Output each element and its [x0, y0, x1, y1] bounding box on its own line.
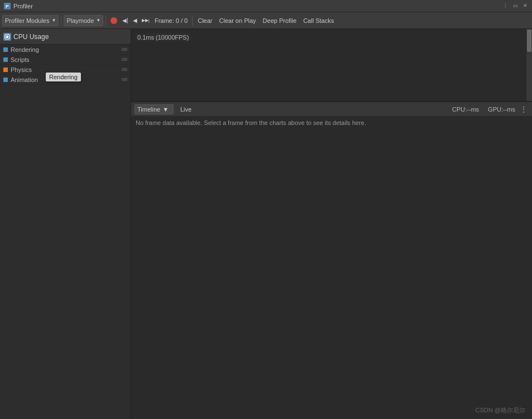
scripts-color [3, 57, 8, 62]
minimize-icon[interactable]: ▭ [511, 1, 520, 10]
profiler-icon: P [3, 2, 11, 10]
cpu-stat: CPU:--ms [452, 106, 479, 113]
scrollbar-thumb[interactable] [527, 30, 531, 52]
chart-area: 0.1ms (10000FPS) [131, 29, 532, 102]
toolbar: Profiler Modules ▼ Playmode ▼ ◀| ◀ ▶▶| F… [0, 12, 532, 29]
list-item[interactable]: Rendering [0, 45, 131, 55]
window-controls: ⋮ ▭ ✕ [501, 1, 530, 10]
timeline-bar: Timeline ▼ Live CPU:--ms GPU:--ms ⋮ [131, 102, 532, 116]
prev-frame-button[interactable]: ◀ [131, 15, 139, 26]
cpu-usage-header: CPU Usage [0, 29, 131, 45]
scrollbar[interactable] [526, 29, 532, 101]
timeline-dropdown[interactable]: Timeline ▼ [135, 104, 174, 114]
drag-handle-icon[interactable] [122, 58, 127, 61]
rendering-color [3, 47, 8, 52]
clear-on-play-button[interactable]: Clear on Play [217, 15, 259, 26]
no-data-message: No frame data available. Select a frame … [136, 119, 366, 126]
go-to-first-button[interactable]: ◀| [121, 15, 130, 26]
profiler-modules-dropdown[interactable]: Profiler Modules ▼ [2, 15, 59, 26]
rendering-tooltip: Rendering [46, 73, 81, 81]
title-bar: P Profiler ⋮ ▭ ✕ [0, 0, 532, 12]
record-icon [111, 17, 117, 24]
physics-label: Physics [11, 66, 122, 73]
detail-area: No frame data available. Select a frame … [131, 116, 532, 419]
drag-handle-icon[interactable] [122, 68, 127, 71]
drag-handle-icon[interactable] [122, 78, 127, 81]
right-panel: 0.1ms (10000FPS) Timeline ▼ Live CPU:--m… [131, 29, 532, 419]
playmode-dropdown[interactable]: Playmode ▼ [64, 15, 103, 26]
next-frame-button[interactable]: ▶▶| [140, 15, 151, 26]
deep-profile-button[interactable]: Deep Profile [260, 15, 300, 26]
cpu-icon [3, 33, 11, 41]
call-stacks-button[interactable]: Call Stacks [300, 15, 337, 26]
frame-counter: Frame: 0 / 0 [152, 17, 190, 24]
svg-rect-3 [6, 36, 8, 38]
animation-color [3, 78, 8, 82]
cpu-usage-title: CPU Usage [13, 33, 49, 41]
performance-stats: CPU:--ms GPU:--ms [452, 106, 515, 113]
main-layout: CPU Usage Rendering Scripts Physics [0, 29, 532, 419]
watermark: CSDN @格尔尼尔 [476, 406, 525, 415]
drag-handle-icon[interactable] [122, 48, 127, 51]
left-panel: CPU Usage Rendering Scripts Physics [0, 29, 131, 419]
rendering-label: Rendering [11, 46, 122, 53]
separator [106, 16, 106, 26]
chevron-down-icon: ▼ [96, 18, 100, 23]
window-title: Profiler [13, 3, 33, 9]
more-options-icon[interactable]: ⋮ [501, 1, 510, 10]
physics-color [3, 68, 8, 72]
fps-label: 0.1ms (10000FPS) [136, 33, 190, 41]
clear-button[interactable]: Clear [195, 15, 215, 26]
close-icon[interactable]: ✕ [521, 1, 530, 10]
separator [61, 16, 61, 26]
record-button[interactable] [108, 15, 119, 26]
svg-text:P: P [6, 4, 9, 9]
separator [192, 16, 193, 26]
more-options-button[interactable]: ⋮ [519, 104, 529, 114]
list-item[interactable]: Scripts [0, 55, 131, 65]
live-label: Live [177, 106, 195, 113]
scripts-label: Scripts [11, 56, 122, 63]
chevron-down-icon: ▼ [162, 106, 169, 113]
chevron-down-icon: ▼ [51, 18, 56, 23]
gpu-stat: GPU:--ms [488, 106, 515, 113]
